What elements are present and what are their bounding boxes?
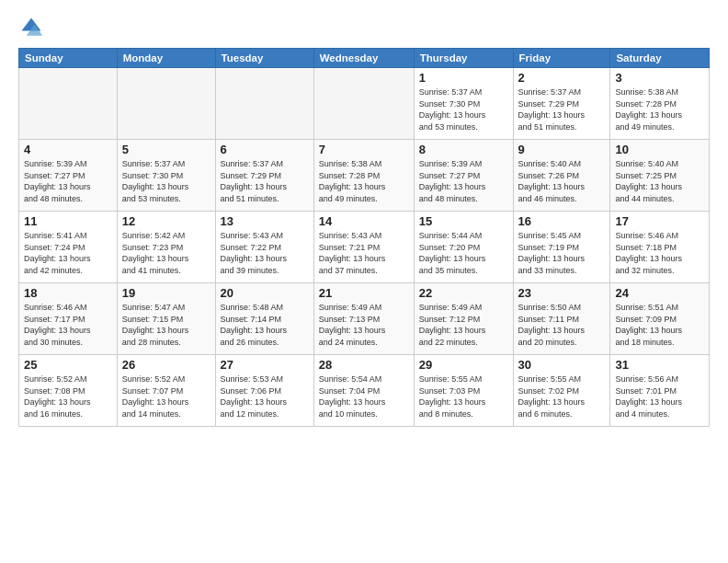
cell-info: Sunrise: 5:46 AMSunset: 7:18 PMDaylight:… [615,230,704,276]
calendar-cell: 10 Sunrise: 5:40 AMSunset: 7:25 PMDaylig… [610,140,710,212]
calendar-cell [117,68,215,140]
calendar-week-3: 11 Sunrise: 5:41 AMSunset: 7:24 PMDaylig… [19,212,710,283]
cell-info: Sunrise: 5:38 AMSunset: 7:28 PMDaylight:… [615,86,704,132]
calendar-cell: 23 Sunrise: 5:50 AMSunset: 7:11 PMDaylig… [513,283,610,355]
cell-date: 6 [221,143,309,156]
calendar-cell: 26 Sunrise: 5:52 AMSunset: 7:07 PMDaylig… [117,355,215,427]
cell-date: 24 [615,286,704,300]
cell-date: 29 [419,358,508,372]
cell-info: Sunrise: 5:37 AMSunset: 7:29 PMDaylight:… [518,86,606,132]
calendar-cell [19,68,118,140]
calendar-cell: 28 Sunrise: 5:54 AMSunset: 7:04 PMDaylig… [313,355,414,427]
calendar-cell: 22 Sunrise: 5:49 AMSunset: 7:12 PMDaylig… [414,283,513,355]
cell-info: Sunrise: 5:56 AMSunset: 7:01 PMDaylight:… [615,373,704,419]
calendar-cell: 18 Sunrise: 5:46 AMSunset: 7:17 PMDaylig… [19,283,118,355]
calendar-cell: 14 Sunrise: 5:43 AMSunset: 7:21 PMDaylig… [313,212,414,283]
calendar-cell: 9 Sunrise: 5:40 AMSunset: 7:26 PMDayligh… [513,140,610,212]
header [18,15,710,40]
cell-date: 2 [518,71,606,85]
calendar-cell: 20 Sunrise: 5:48 AMSunset: 7:14 PMDaylig… [215,283,313,355]
cell-info: Sunrise: 5:37 AMSunset: 7:30 PMDaylight:… [419,86,508,132]
cell-info: Sunrise: 5:45 AMSunset: 7:19 PMDaylight:… [518,230,606,276]
cell-date: 28 [319,358,409,372]
calendar-cell: 29 Sunrise: 5:55 AMSunset: 7:03 PMDaylig… [414,355,513,427]
cell-date: 13 [221,214,309,228]
page: SundayMondayTuesdayWednesdayThursdayFrid… [0,0,728,563]
cell-info: Sunrise: 5:47 AMSunset: 7:15 PMDaylight:… [122,302,210,348]
logo-icon [18,15,44,40]
cell-info: Sunrise: 5:37 AMSunset: 7:29 PMDaylight:… [221,158,309,204]
calendar-cell: 12 Sunrise: 5:42 AMSunset: 7:23 PMDaylig… [117,212,215,283]
col-header-monday: Monday [117,49,215,68]
cell-info: Sunrise: 5:40 AMSunset: 7:26 PMDaylight:… [518,158,606,204]
cell-date: 11 [24,214,112,228]
calendar-cell: 13 Sunrise: 5:43 AMSunset: 7:22 PMDaylig… [215,212,313,283]
calendar-cell: 21 Sunrise: 5:49 AMSunset: 7:13 PMDaylig… [313,283,414,355]
calendar-week-5: 25 Sunrise: 5:52 AMSunset: 7:08 PMDaylig… [19,355,710,427]
cell-info: Sunrise: 5:39 AMSunset: 7:27 PMDaylight:… [419,158,508,204]
cell-info: Sunrise: 5:41 AMSunset: 7:24 PMDaylight:… [24,230,112,276]
cell-date: 3 [615,71,704,85]
calendar-cell: 17 Sunrise: 5:46 AMSunset: 7:18 PMDaylig… [610,212,710,283]
calendar-table: SundayMondayTuesdayWednesdayThursdayFrid… [18,48,710,427]
calendar-cell: 6 Sunrise: 5:37 AMSunset: 7:29 PMDayligh… [215,140,313,212]
cell-info: Sunrise: 5:40 AMSunset: 7:25 PMDaylight:… [615,158,704,204]
calendar-cell: 4 Sunrise: 5:39 AMSunset: 7:27 PMDayligh… [19,140,118,212]
cell-date: 27 [221,358,309,372]
calendar-cell [313,68,414,140]
cell-date: 10 [615,143,704,156]
cell-info: Sunrise: 5:49 AMSunset: 7:13 PMDaylight:… [319,302,409,348]
col-header-sunday: Sunday [19,49,118,68]
cell-date: 14 [319,214,409,228]
cell-date: 25 [24,358,112,372]
cell-info: Sunrise: 5:50 AMSunset: 7:11 PMDaylight:… [518,302,606,348]
calendar-cell: 1 Sunrise: 5:37 AMSunset: 7:30 PMDayligh… [414,68,513,140]
calendar-cell: 24 Sunrise: 5:51 AMSunset: 7:09 PMDaylig… [610,283,710,355]
calendar-cell [215,68,313,140]
col-header-friday: Friday [513,49,610,68]
col-header-saturday: Saturday [610,49,710,68]
calendar-cell: 31 Sunrise: 5:56 AMSunset: 7:01 PMDaylig… [610,355,710,427]
calendar-cell: 5 Sunrise: 5:37 AMSunset: 7:30 PMDayligh… [117,140,215,212]
calendar-cell: 16 Sunrise: 5:45 AMSunset: 7:19 PMDaylig… [513,212,610,283]
calendar-cell: 11 Sunrise: 5:41 AMSunset: 7:24 PMDaylig… [19,212,118,283]
cell-info: Sunrise: 5:43 AMSunset: 7:21 PMDaylight:… [319,230,409,276]
calendar-week-2: 4 Sunrise: 5:39 AMSunset: 7:27 PMDayligh… [19,140,710,212]
calendar-cell: 15 Sunrise: 5:44 AMSunset: 7:20 PMDaylig… [414,212,513,283]
calendar-cell: 27 Sunrise: 5:53 AMSunset: 7:06 PMDaylig… [215,355,313,427]
cell-info: Sunrise: 5:52 AMSunset: 7:07 PMDaylight:… [122,373,210,419]
cell-info: Sunrise: 5:42 AMSunset: 7:23 PMDaylight:… [122,230,210,276]
col-header-thursday: Thursday [414,49,513,68]
cell-date: 31 [615,358,704,372]
cell-info: Sunrise: 5:39 AMSunset: 7:27 PMDaylight:… [24,158,112,204]
cell-info: Sunrise: 5:43 AMSunset: 7:22 PMDaylight:… [221,230,309,276]
calendar-header-row: SundayMondayTuesdayWednesdayThursdayFrid… [19,49,710,68]
cell-date: 4 [24,143,112,156]
calendar-cell: 3 Sunrise: 5:38 AMSunset: 7:28 PMDayligh… [610,68,710,140]
cell-date: 23 [518,286,606,300]
cell-info: Sunrise: 5:55 AMSunset: 7:03 PMDaylight:… [419,373,508,419]
cell-date: 26 [122,358,210,372]
cell-info: Sunrise: 5:55 AMSunset: 7:02 PMDaylight:… [518,373,606,419]
logo [18,15,46,40]
cell-date: 19 [122,286,210,300]
cell-date: 15 [419,214,508,228]
calendar-cell: 2 Sunrise: 5:37 AMSunset: 7:29 PMDayligh… [513,68,610,140]
cell-date: 5 [122,143,210,156]
calendar-cell: 19 Sunrise: 5:47 AMSunset: 7:15 PMDaylig… [117,283,215,355]
cell-info: Sunrise: 5:48 AMSunset: 7:14 PMDaylight:… [221,302,309,348]
cell-date: 22 [419,286,508,300]
calendar-cell: 30 Sunrise: 5:55 AMSunset: 7:02 PMDaylig… [513,355,610,427]
cell-info: Sunrise: 5:51 AMSunset: 7:09 PMDaylight:… [615,302,704,348]
calendar-cell: 7 Sunrise: 5:38 AMSunset: 7:28 PMDayligh… [313,140,414,212]
cell-info: Sunrise: 5:46 AMSunset: 7:17 PMDaylight:… [24,302,112,348]
calendar-cell: 8 Sunrise: 5:39 AMSunset: 7:27 PMDayligh… [414,140,513,212]
cell-date: 8 [419,143,508,156]
cell-date: 20 [221,286,309,300]
cell-date: 12 [122,214,210,228]
cell-date: 9 [518,143,606,156]
calendar-week-4: 18 Sunrise: 5:46 AMSunset: 7:17 PMDaylig… [19,283,710,355]
cell-date: 7 [319,143,409,156]
calendar-cell: 25 Sunrise: 5:52 AMSunset: 7:08 PMDaylig… [19,355,118,427]
cell-date: 17 [615,214,704,228]
